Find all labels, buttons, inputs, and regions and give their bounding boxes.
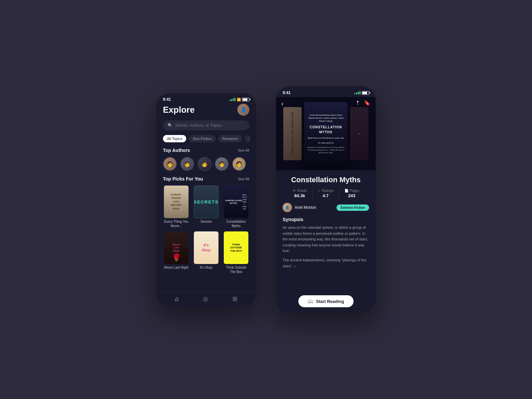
signal-icon-right — [354, 91, 360, 94]
explore-content: Explore 👤 🔍 All Topics Non-Fiction Roman… — [156, 104, 256, 274]
status-icons-left: 📶 — [229, 98, 249, 101]
pages-icon: 📄 — [344, 189, 348, 193]
user-avatar[interactable]: 👤 — [237, 104, 249, 116]
book-title-6: Think Outside The Box — [223, 265, 249, 274]
author-avatar-1[interactable]: 🧑 — [163, 157, 177, 171]
status-time-right: 9:41 — [283, 90, 291, 95]
search-icon: 🔍 — [168, 123, 173, 128]
book-title-1: Every Thing You Never... — [163, 219, 190, 228]
chip-scifi[interactable]: Science-Fiction — [245, 135, 249, 142]
book-item-1[interactable]: EVERYTHINGYOUNEVERHAD Every Thing You Ne… — [163, 186, 190, 228]
book-item-4[interactable]: AboutLastNight 🌹 About Last Night — [163, 231, 190, 274]
filter-chips: All Topics Non-Fiction Romance Science-F… — [163, 135, 249, 142]
synopsis-title: Synopsis — [283, 217, 369, 222]
book-title-5: It's Okay — [200, 265, 213, 270]
pages-label: Pages — [350, 189, 359, 193]
detail-info: Constellation Myths 👁 Reads 84.3k ☆ Rati… — [276, 170, 376, 278]
explore-header: Explore 👤 — [163, 104, 249, 116]
battery-icon — [242, 98, 249, 101]
book-cover-constellation: CONSTELLATIONMYTHSBook One: It Is Not Wh… — [224, 186, 248, 218]
detail-book-title: Constellation Myths — [283, 176, 369, 184]
hero-main-book[interactable]: From the bestselling author of the "Plan… — [304, 102, 347, 165]
book-cover-okay: It'sOkay — [194, 231, 218, 264]
signal-icon — [229, 98, 235, 101]
book-item-6[interactable]: THINKOUTSIDETHE BOX Think Outside The Bo… — [223, 231, 249, 274]
wifi-icon: 📶 — [237, 98, 241, 101]
chip-nonfiction[interactable]: Non-Fiction — [189, 135, 215, 142]
pages-value: 243 — [348, 193, 355, 198]
authors-see-all[interactable]: See All — [238, 148, 249, 152]
status-icons-right — [354, 91, 369, 95]
top-picks-title: Top Picks For You — [163, 176, 203, 182]
reads-icon: 👁 — [293, 189, 296, 193]
book-item-2[interactable]: SECRETS Secrets — [193, 186, 219, 228]
detail-actions: ⇡ 🔖 — [355, 100, 370, 106]
books-grid: EVERYTHINGYOUNEVERHAD Every Thing You Ne… — [163, 186, 249, 274]
picks-see-all[interactable]: See All — [238, 177, 249, 181]
search-input[interactable] — [175, 123, 245, 128]
author-row: 👤 Ariel Morton Science-Fiction — [283, 203, 369, 212]
author-avatar-4[interactable]: 🧑 — [215, 157, 229, 171]
stat-pages: 📄 Pages 243 — [339, 189, 364, 198]
book-cover-about: AboutLastNight 🌹 — [164, 231, 189, 264]
right-phone: 9:41 ‹ ⇡ 🔖 EVERY THING YOU NEVER HAD — [276, 86, 376, 313]
start-reading-button[interactable]: 📖 Start Reading — [298, 295, 353, 307]
ratings-label: Ratings — [322, 189, 333, 193]
synopsis-text-1: An area on the celestial sphere, in whic… — [283, 225, 369, 254]
bottom-nav: ⌂ ◎ ⊞ — [156, 292, 256, 306]
authors-row: 🧑 🧑 🧑 🧑 🧑 — [163, 157, 249, 171]
left-phone: 9:41 📶 Explore 👤 🔍 All Topic — [156, 93, 256, 306]
synopsis-text-2: The ancient katasterismoi, meaning "plac… — [283, 257, 369, 269]
book-cover-think: THINKOUTSIDETHE BOX — [224, 231, 248, 264]
search-bar[interactable]: 🔍 — [163, 120, 249, 130]
book-title-2: Secrets — [200, 219, 212, 224]
battery-icon-right — [362, 91, 369, 95]
book-title-3: Constellation Myths — [223, 219, 249, 228]
book-title-4: About Last Night — [164, 265, 189, 270]
chip-all-topics[interactable]: All Topics — [163, 135, 186, 142]
status-bar-right: 9:41 — [276, 86, 376, 97]
status-time-left: 9:41 — [163, 97, 171, 102]
reads-label: Reads — [297, 189, 307, 193]
ratings-value: 4.7 — [323, 193, 329, 198]
nav-explore-icon[interactable]: ◎ — [203, 295, 208, 303]
start-reading-label: Start Reading — [316, 299, 344, 304]
book-cover-every: EVERYTHINGYOUNEVERHAD — [164, 186, 189, 218]
author-avatar-5[interactable]: 🧑 — [232, 157, 246, 171]
reads-value: 84.3k — [294, 193, 305, 198]
chip-romance[interactable]: Romance — [218, 135, 242, 142]
ratings-icon: ☆ — [318, 189, 321, 193]
bookmark-icon[interactable]: 🔖 — [364, 100, 370, 106]
book-cover-secrets: SECRETS — [194, 186, 218, 218]
nav-home-icon[interactable]: ⌂ — [175, 296, 179, 303]
top-authors-header: Top Authors See All — [163, 148, 249, 153]
nav-library-icon[interactable]: ⊞ — [232, 295, 237, 303]
top-authors-title: Top Authors — [163, 148, 190, 153]
author-info: 👤 Ariel Morton — [283, 203, 316, 212]
hero-book-left[interactable]: EVERY THING YOU NEVER HAD — [283, 107, 302, 160]
top-picks-header: Top Picks For You See All — [163, 176, 249, 182]
share-icon[interactable]: ⇡ — [355, 100, 360, 106]
explore-title: Explore — [163, 105, 195, 115]
author-name: Ariel Morton — [295, 205, 316, 210]
author-avatar-detail: 👤 — [283, 203, 292, 212]
stat-ratings: ☆ Ratings 4.7 — [313, 189, 339, 198]
book-open-icon: 📖 — [308, 299, 313, 304]
author-avatar-3[interactable]: 🧑 — [198, 157, 211, 171]
author-avatar-2[interactable]: 🧑 — [180, 157, 194, 171]
hero-carousel: ‹ ⇡ 🔖 EVERY THING YOU NEVER HAD From the… — [276, 97, 376, 170]
stat-reads: 👁 Reads 84.3k — [287, 189, 313, 198]
hero-book-right[interactable]: A — [350, 107, 368, 160]
book-item-5[interactable]: It'sOkay It's Okay — [193, 231, 219, 274]
book-item-3[interactable]: CONSTELLATIONMYTHSBook One: It Is Not Wh… — [223, 186, 249, 228]
genre-badge[interactable]: Science-Fiction — [336, 204, 369, 211]
status-bar-left: 9:41 📶 — [156, 93, 256, 104]
back-button[interactable]: ‹ — [281, 100, 284, 107]
stats-row: 👁 Reads 84.3k ☆ Ratings 4.7 📄 Pages 243 — [283, 189, 369, 198]
